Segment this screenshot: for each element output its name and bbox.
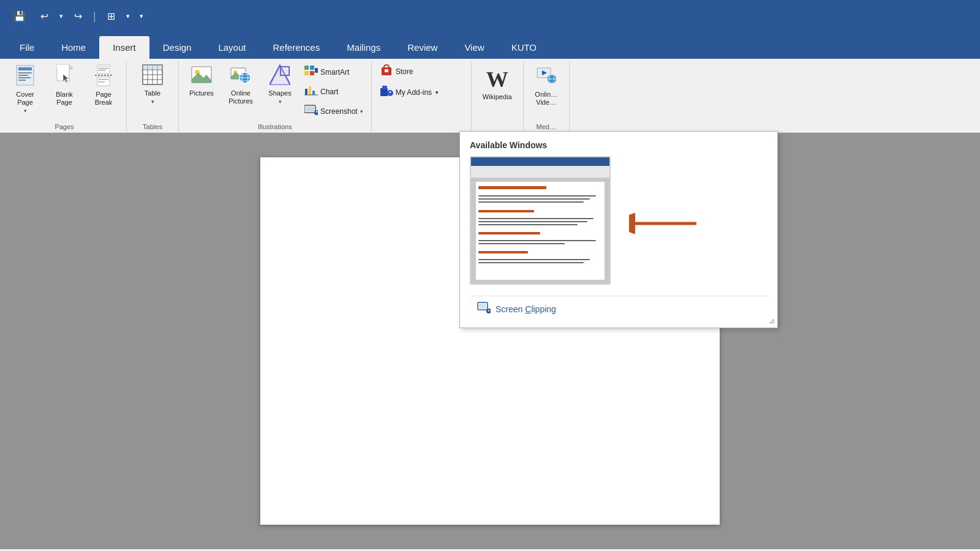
save-button[interactable]: 💾 <box>10 8 29 24</box>
pages-group-label: Pages <box>6 123 123 132</box>
cover-page-label: CoverPage <box>16 91 34 107</box>
cover-page-button[interactable]: CoverPage ▾ <box>6 61 44 116</box>
group-pages: CoverPage ▾ BlankPage <box>2 61 127 132</box>
group-wikipedia: W Wikipedia <box>472 61 524 132</box>
tab-file[interactable]: File <box>6 36 48 59</box>
svg-rect-19 <box>99 81 105 83</box>
illustrations-side-items: SmartArt Chart <box>300 61 368 121</box>
blank-page-label: BlankPage <box>56 91 73 107</box>
tab-home[interactable]: Home <box>48 36 99 59</box>
smartart-button[interactable]: SmartArt <box>300 62 368 81</box>
svg-rect-1 <box>18 67 32 70</box>
format-painter-dropdown[interactable]: ▾ <box>126 12 130 20</box>
online-video-icon <box>537 66 556 88</box>
svg-rect-5 <box>18 80 26 81</box>
smartart-label: SmartArt <box>320 68 349 77</box>
svg-rect-4 <box>18 77 31 78</box>
media-items: Onlin…Vide… <box>527 61 565 123</box>
pictures-button[interactable]: Pictures <box>183 61 221 107</box>
screen-clipping-label: Screen Clipping <box>496 304 556 314</box>
undo-button[interactable]: ↩ <box>37 8 52 24</box>
tab-mailings[interactable]: Mailings <box>333 36 394 59</box>
svg-rect-56 <box>317 111 317 113</box>
tab-references[interactable]: References <box>259 36 333 59</box>
screenshot-icon <box>304 104 318 118</box>
online-pictures-icon <box>230 64 251 88</box>
svg-rect-60 <box>382 86 387 89</box>
apps-items: Store My Add-ins ▾ <box>375 61 467 130</box>
online-pictures-button[interactable]: OnlinePictures <box>222 61 260 107</box>
svg-rect-47 <box>315 68 318 73</box>
window-thumbnail[interactable] <box>470 156 611 285</box>
title-bar: 💾 ↩ ▾ ↪ | ⊞ ▾ ▾ <box>0 0 980 32</box>
svg-rect-63 <box>390 91 390 93</box>
group-media: Onlin…Vide… Med… <box>524 61 570 132</box>
svg-rect-18 <box>99 79 108 80</box>
smartart-icon <box>304 65 318 79</box>
svg-rect-49 <box>309 86 311 95</box>
screen-clipping-icon <box>477 301 491 317</box>
tab-design[interactable]: Design <box>149 36 205 59</box>
group-apps: Store My Add-ins ▾ <box>372 61 472 132</box>
customize-qat-button[interactable]: ▾ <box>140 12 143 20</box>
pictures-icon <box>191 64 212 88</box>
tab-view[interactable]: View <box>451 36 497 59</box>
svg-rect-48 <box>305 89 307 95</box>
annotation-arrow-container <box>617 156 703 291</box>
store-button[interactable]: Store <box>375 61 467 81</box>
wikipedia-items: W Wikipedia <box>475 61 519 130</box>
shapes-label: Shapes <box>268 89 291 97</box>
svg-rect-72 <box>479 304 486 309</box>
svg-rect-58 <box>385 69 388 72</box>
online-video-button[interactable]: Onlin…Vide… <box>527 61 565 110</box>
mini-word-preview <box>471 157 609 283</box>
svg-rect-2 <box>18 72 32 73</box>
tab-insert[interactable]: Insert <box>99 36 149 59</box>
wikipedia-icon: W <box>486 69 508 91</box>
tab-kuto[interactable]: KUTO <box>498 36 550 59</box>
chart-button[interactable]: Chart <box>300 82 368 101</box>
svg-rect-15 <box>99 70 106 71</box>
format-painter-button[interactable]: ⊞ <box>104 8 119 24</box>
table-label: Table <box>145 89 160 97</box>
shapes-button[interactable]: Shapes ▾ <box>261 61 299 107</box>
ribbon-content: CoverPage ▾ BlankPage <box>0 59 980 133</box>
svg-rect-44 <box>310 66 314 70</box>
table-button[interactable]: Table ▾ <box>130 61 175 107</box>
table-arrow: ▾ <box>151 99 154 105</box>
tab-layout[interactable]: Layout <box>205 36 259 59</box>
chart-label: Chart <box>320 88 338 96</box>
page-break-button[interactable]: PageBreak <box>85 61 123 108</box>
svg-point-54 <box>314 110 318 115</box>
cover-page-icon <box>15 64 35 89</box>
table-icon <box>142 64 163 88</box>
mini-titlebar <box>471 157 609 166</box>
resize-handle[interactable]: ⊿ <box>769 317 775 325</box>
online-pictures-label: OnlinePictures <box>228 89 253 105</box>
undo-dropdown-arrow[interactable]: ▾ <box>59 12 63 20</box>
separator: | <box>93 10 96 23</box>
my-add-ins-button[interactable]: My Add-ins ▾ <box>375 82 467 102</box>
mini-doc <box>476 182 605 280</box>
pictures-label: Pictures <box>189 89 214 97</box>
svg-rect-53 <box>306 107 314 111</box>
screenshot-dropdown-arrow: ▾ <box>360 108 363 114</box>
blank-page-button[interactable]: BlankPage <box>45 61 83 108</box>
chart-icon <box>304 84 318 99</box>
tab-review[interactable]: Review <box>394 36 451 59</box>
screenshot-button[interactable]: Screenshot ▾ <box>300 102 368 121</box>
my-add-ins-icon <box>380 84 393 100</box>
redo-button[interactable]: ↪ <box>70 8 86 24</box>
my-add-ins-arrow: ▾ <box>435 89 439 96</box>
available-windows-title: Available Windows <box>466 138 771 156</box>
my-add-ins-label: My Add-ins <box>396 88 432 97</box>
shapes-arrow: ▾ <box>279 99 282 105</box>
window-thumbnails-area <box>466 156 771 291</box>
store-label: Store <box>396 67 413 76</box>
shapes-icon <box>270 64 290 88</box>
online-video-label: Onlin…Vide… <box>535 91 557 107</box>
mini-ribbon <box>471 166 609 178</box>
screen-clipping-button[interactable]: Screen Clipping <box>470 296 767 321</box>
apps-col: Store My Add-ins ▾ <box>375 61 467 102</box>
wikipedia-button[interactable]: W Wikipedia <box>475 61 519 107</box>
